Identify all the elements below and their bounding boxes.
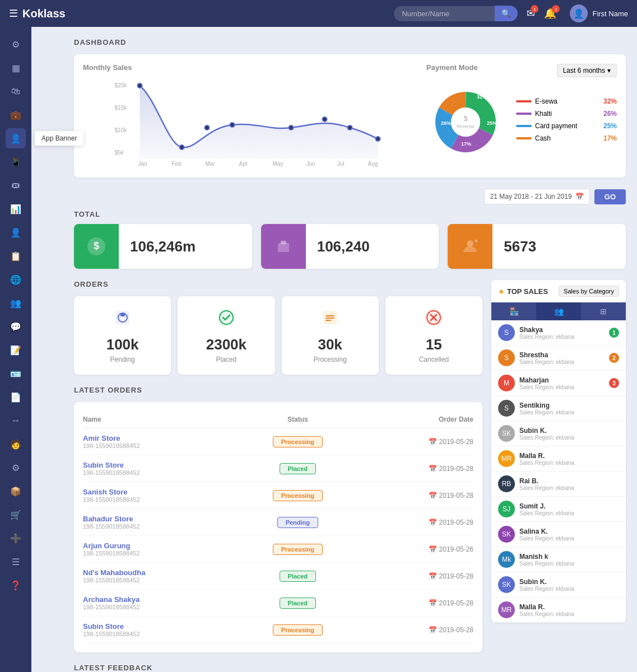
sidebar-item-dashboard[interactable]: ▦	[6, 58, 26, 78]
svg-rect-43	[326, 315, 334, 316]
sidebar-item-badge[interactable]: 🎟	[6, 175, 26, 195]
sidebar-item-transfer[interactable]: ↔	[6, 410, 26, 431]
menu-icon[interactable]: ☰	[9, 7, 18, 20]
order-status-cell: Placed	[239, 598, 356, 609]
sidebar-item-globe[interactable]: 🌐	[6, 269, 26, 290]
sidebar-item-settings[interactable]: ⚙	[6, 34, 26, 54]
donut-area: $ Revenue 32% 25% 26% 17% E-sewa 32%	[426, 83, 617, 161]
sidebar: ⚙ ▦ 🛍 💼 👤 App Banner 📱 🎟 📊 👤 📋 🌐 👥 💬 📝 🪪…	[0, 0, 31, 672]
legend-cash: Cash 17%	[516, 134, 617, 142]
col-date-header: Order Date	[356, 416, 473, 423]
sidebar-item-shop[interactable]: 🛍	[6, 81, 26, 101]
sidebar-item-orders[interactable]: 💼	[6, 105, 26, 125]
col-status-header: Status	[239, 416, 356, 423]
date-go-row: 21 May 2018 - 21 Jun 2019 📅 GO	[74, 189, 626, 204]
sales-region: Sales Region: ekbana	[519, 535, 619, 542]
revenue-icon: $	[74, 224, 119, 269]
notification-icon[interactable]: 🔔 1	[544, 7, 556, 20]
sidebar-item-users[interactable]: 👤	[6, 222, 26, 242]
orders-list: Amir Store 198-1559018588452 Processing …	[83, 428, 473, 643]
order-status-cell: Processing	[239, 436, 356, 447]
sales-person-item: RB Rai B. Sales Region: ekbana	[491, 472, 626, 497]
order-card-placed: 2300k Placed	[178, 296, 275, 375]
sales-info: Sentiking Sales Region: ekbana	[519, 402, 619, 416]
sidebar-item-cart[interactable]: 🛒	[6, 505, 26, 525]
user-menu[interactable]: 👤 First Name	[570, 4, 628, 22]
sales-by-category-btn[interactable]: Sales by Category	[559, 286, 619, 297]
right-column: ★ TOP SALES Sales by Category 🏪 👥 ⊞ S Sh…	[491, 280, 626, 652]
sidebar-item-document[interactable]: 📄	[6, 387, 26, 407]
card-label: Card payment	[535, 122, 577, 130]
sidebar-item-tablet[interactable]: 📱	[6, 152, 26, 172]
sales-info: Salina K. Sales Region: ekbana	[519, 528, 619, 542]
svg-text:Jun: Jun	[306, 161, 315, 167]
calendar-icon: 📅	[429, 572, 437, 580]
order-date-cell: 📅 2019-05-28	[356, 599, 473, 607]
sidebar-item-id[interactable]: 🪪	[6, 363, 26, 384]
table-row: Bahadur Store 198-1559018588452 Pending …	[83, 509, 473, 536]
sidebar-item-add[interactable]: ➕	[6, 528, 26, 548]
sidebar-item-app-banner[interactable]: 👤 App Banner	[6, 128, 26, 148]
sales-name: Maharjan	[519, 376, 609, 384]
sidebar-item-list2[interactable]: ☰	[6, 552, 26, 572]
sidebar-item-contacts[interactable]: 👥	[6, 293, 26, 313]
svg-text:Jul: Jul	[337, 161, 345, 167]
monthly-sales-chart: Monthly Sales $20k $15k $10k $5k Jan Feb…	[83, 63, 415, 169]
order-name-cell: Archana Shakya 198-1559018588452	[83, 595, 239, 610]
total-card-orders: 106,240	[261, 224, 439, 269]
payment-dropdown[interactable]: Last 6 months ▾	[557, 64, 617, 77]
svg-text:25%: 25%	[487, 120, 497, 126]
sales-info: Rai B. Sales Region: ekbana	[519, 477, 619, 491]
esewa-pct: 32%	[603, 97, 617, 105]
order-card-pending: 100k Pending	[74, 296, 171, 375]
topsales-title: TOP SALES	[507, 287, 548, 296]
order-date-cell: 📅 2019-05-28	[356, 438, 473, 446]
sales-avatar: MR	[498, 601, 515, 618]
latest-orders-table: Name Status Order Date Amir Store 198-15…	[74, 402, 482, 652]
svg-text:32%: 32%	[477, 94, 487, 100]
sales-region: Sales Region: ekbana	[519, 334, 609, 340]
svg-point-13	[180, 145, 184, 150]
order-name-cell: Subin Store 198-1559018588452	[83, 461, 239, 476]
mail-icon[interactable]: ✉ 1	[527, 7, 535, 20]
sales-region: Sales Region: ekbana	[519, 561, 619, 567]
svg-text:Revenue: Revenue	[457, 124, 475, 129]
order-status-cell: Placed	[239, 571, 356, 582]
order-name-cell: Amir Store 198-1559018588452	[83, 434, 239, 449]
table-row: Sanish Store 198-1559018588452 Processin…	[83, 482, 473, 509]
calendar-icon: 📅	[429, 519, 437, 526]
topsales-tab-grid[interactable]: ⊞	[581, 302, 626, 320]
go-button[interactable]: GO	[594, 189, 626, 204]
topsales-header: ★ TOP SALES Sales by Category	[491, 280, 626, 302]
sidebar-item-clipboard[interactable]: 📋	[6, 246, 26, 266]
sidebar-item-box[interactable]: 📦	[6, 481, 26, 501]
sidebar-item-list[interactable]: 📝	[6, 340, 26, 360]
sales-info: Malla R. Sales Region: ekbana	[519, 603, 619, 617]
sales-person-item: SK Salina K. Sales Region: ekbana	[491, 522, 626, 547]
star-icon: ★	[498, 287, 505, 296]
search-input[interactable]	[394, 6, 495, 21]
topsales-tab-store[interactable]: 🏪	[491, 302, 536, 320]
line-chart-svg: $20k $15k $10k $5k Jan Feb Mar Apr May J…	[83, 77, 415, 167]
sales-region: Sales Region: ekbana	[519, 384, 609, 390]
sales-info: Shrestha Sales Region: ekbana	[519, 351, 609, 365]
sales-region: Sales Region: ekbana	[519, 586, 619, 592]
cash-label: Cash	[535, 134, 551, 142]
sidebar-item-person[interactable]: 🧑	[6, 434, 26, 454]
sales-name: Sumit J.	[519, 502, 619, 510]
svg-text:+: +	[475, 238, 478, 244]
processing-icon	[287, 307, 373, 332]
topsales-tab-people[interactable]: 👥	[536, 302, 581, 320]
order-status-cell: Processing	[239, 624, 356, 636]
esewa-label: E-sewa	[535, 97, 557, 105]
orders-value: 106,240	[306, 238, 381, 255]
sidebar-item-help[interactable]: ❓	[6, 575, 26, 595]
order-name-cell: Bahadur Store 198-1559018588452	[83, 515, 239, 530]
date-range-input[interactable]: 21 May 2018 - 21 Jun 2019 📅	[484, 189, 590, 204]
sidebar-item-reports[interactable]: 📊	[6, 199, 26, 219]
sidebar-item-gear2[interactable]: ⚙	[6, 458, 26, 478]
search-button[interactable]: 🔍	[495, 6, 518, 21]
card-bar	[516, 125, 532, 127]
sidebar-item-messages[interactable]: 💬	[6, 316, 26, 337]
svg-point-12	[138, 83, 142, 88]
